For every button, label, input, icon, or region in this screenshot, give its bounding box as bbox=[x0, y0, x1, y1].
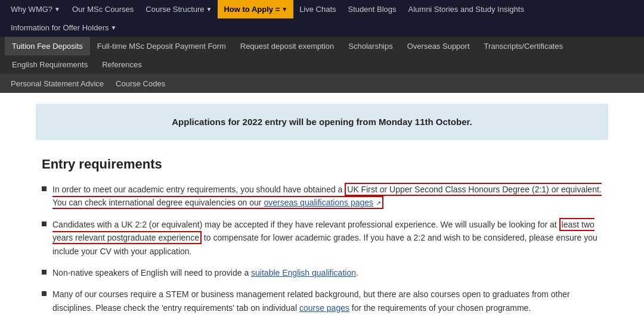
nav-offer-holders-label: Information for Offer Holders bbox=[11, 23, 109, 32]
subnav-english-label: English Requirements bbox=[12, 60, 88, 69]
course-pages-link[interactable]: course pages bbox=[299, 303, 349, 313]
main-content: Entry requirements In order to meet our … bbox=[0, 151, 644, 318]
overseas-qualifications-link[interactable]: overseas qualifications pages bbox=[264, 198, 373, 207]
subnav2-personal-label: Personal Statement Advice bbox=[11, 79, 104, 88]
list-item: In order to meet our academic entry requ… bbox=[42, 183, 602, 210]
english-qualification-link[interactable]: suitable English qualification bbox=[251, 268, 356, 278]
nav-alumni-stories-label: Alumni Stories and Study Insights bbox=[408, 5, 524, 14]
highlight-postgrad-experience: least two years relevant postgraduate ex… bbox=[52, 218, 595, 244]
nav-course-structure[interactable]: Course Structure ▼ bbox=[140, 0, 218, 18]
subnav-overseas-support[interactable]: Overseas Support bbox=[400, 37, 477, 55]
nav-how-to-apply-label: How to Apply = bbox=[224, 5, 280, 14]
nav-why-wmg-label: Why WMG? bbox=[11, 5, 52, 14]
banner-text: Applications for 2022 entry will be open… bbox=[60, 117, 584, 127]
subnav-transcripts[interactable]: Transcripts/Certificates bbox=[477, 37, 570, 55]
nav-our-msc-courses-label: Our MSc Courses bbox=[72, 5, 134, 14]
bullet-text-2: Candidates with a UK 2:2 (or equivalent)… bbox=[52, 218, 602, 258]
subnav-fulltime-label: Full-time MSc Deposit Payment Form bbox=[97, 42, 226, 51]
sub-navigation-2: Personal Statement Advice Course Codes bbox=[0, 74, 644, 93]
nav-how-to-apply[interactable]: How to Apply = ▼ bbox=[218, 0, 293, 18]
subnav-references[interactable]: References bbox=[95, 55, 148, 74]
how-to-apply-arrow-icon: ▼ bbox=[281, 6, 287, 13]
nav-live-chats-label: Live Chats bbox=[299, 5, 336, 14]
offer-holders-arrow-icon: ▼ bbox=[111, 24, 117, 31]
nav-offer-holders[interactable]: Information for Offer Holders ▼ bbox=[5, 18, 122, 37]
nav-live-chats[interactable]: Live Chats bbox=[293, 0, 342, 18]
top-navigation: Why WMG? ▼ Our MSc Courses Course Struct… bbox=[0, 0, 644, 37]
list-item: Candidates with a UK 2:2 (or equivalent)… bbox=[42, 218, 602, 258]
subnav-tuition-label: Tuition Fee Deposits bbox=[12, 42, 83, 51]
list-item: Non-native speakers of English will need… bbox=[42, 266, 602, 279]
nav-alumni-stories[interactable]: Alumni Stories and Study Insights bbox=[402, 0, 530, 18]
subnav-references-label: References bbox=[102, 60, 141, 69]
bullet-icon bbox=[42, 186, 47, 191]
external-link-icon: ↗ bbox=[376, 199, 381, 207]
subnav-request-exemption[interactable]: Request deposit exemption bbox=[233, 37, 342, 55]
nav-our-msc-courses[interactable]: Our MSc Courses bbox=[66, 0, 140, 18]
nav-student-blogs[interactable]: Student Blogs bbox=[342, 0, 402, 18]
nav-why-wmg[interactable]: Why WMG? ▼ bbox=[5, 0, 66, 18]
highlight-degree-class: UK First or Upper Second Class Honours D… bbox=[52, 183, 602, 209]
subnav2-personal-statement[interactable]: Personal Statement Advice bbox=[5, 76, 110, 92]
sub-navigation-1: Tuition Fee Deposits Full-time MSc Depos… bbox=[0, 37, 644, 74]
nav-student-blogs-label: Student Blogs bbox=[348, 5, 397, 14]
subnav-english-requirements[interactable]: English Requirements bbox=[5, 55, 95, 74]
subnav-scholarships[interactable]: Scholarships bbox=[341, 37, 400, 55]
nav-course-structure-label: Course Structure bbox=[145, 5, 204, 14]
subnav2-course-codes-label: Course Codes bbox=[116, 79, 165, 88]
subnav2-course-codes[interactable]: Course Codes bbox=[110, 76, 171, 92]
bullet-icon bbox=[42, 222, 47, 226]
why-wmg-arrow-icon: ▼ bbox=[54, 6, 60, 13]
entry-requirements-title: Entry requirements bbox=[42, 157, 602, 172]
entry-requirements-list: In order to meet our academic entry requ… bbox=[42, 183, 602, 318]
bullet-text-3: Non-native speakers of English will need… bbox=[52, 266, 602, 279]
subnav-fulltime-deposit[interactable]: Full-time MSc Deposit Payment Form bbox=[90, 37, 233, 55]
course-structure-arrow-icon: ▼ bbox=[206, 6, 212, 13]
subnav-exemption-label: Request deposit exemption bbox=[240, 42, 335, 51]
subnav-scholarships-label: Scholarships bbox=[348, 42, 392, 51]
subnav-transcripts-label: Transcripts/Certificates bbox=[484, 42, 563, 51]
bullet-icon bbox=[42, 270, 47, 275]
announcement-banner: Applications for 2022 entry will be open… bbox=[36, 104, 608, 140]
bullet-text-1: In order to meet our academic entry requ… bbox=[52, 183, 602, 210]
bullet-text-4: Many of our courses require a STEM or bu… bbox=[52, 288, 602, 314]
subnav-overseas-label: Overseas Support bbox=[407, 42, 470, 51]
list-item: Many of our courses require a STEM or bu… bbox=[42, 288, 602, 314]
bullet-icon bbox=[42, 291, 47, 296]
subnav-tuition-fee-deposits[interactable]: Tuition Fee Deposits bbox=[5, 37, 90, 55]
